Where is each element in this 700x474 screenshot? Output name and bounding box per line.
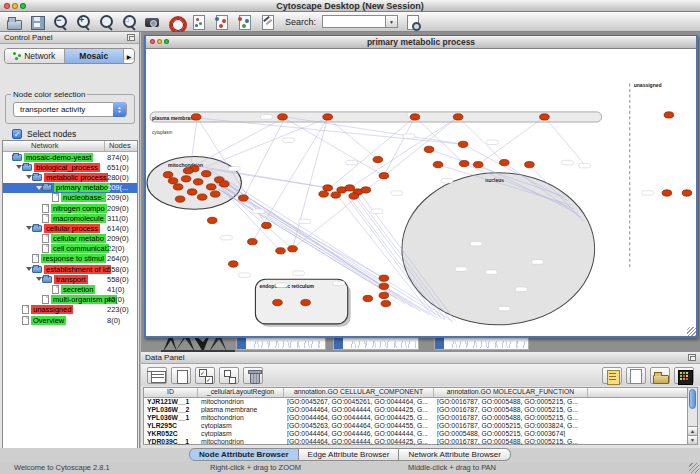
open-file-icon[interactable] [6, 14, 22, 30]
graph-node[interactable] [349, 193, 359, 199]
graph-node[interactable] [323, 114, 333, 120]
graph-node[interactable] [540, 114, 550, 120]
table-cell[interactable]: [GO:0045267, GO:0045261, GO:0044464, G..… [284, 398, 434, 405]
table-cell[interactable]: [GO:0044464, GO:0044444, GO:0044425, G..… [284, 414, 434, 421]
float-panel-icon[interactable] [127, 34, 135, 41]
graph-node[interactable] [525, 161, 535, 167]
graph-node[interactable] [187, 189, 197, 195]
table-cell[interactable]: YPL036W__2 [144, 406, 198, 413]
float-panel-icon[interactable] [688, 354, 696, 361]
graph-node[interactable] [363, 295, 373, 301]
graph-node[interactable] [219, 181, 229, 187]
tree-expander-icon[interactable] [25, 226, 32, 230]
table-row[interactable]: YKR052Ccytoplasm[GO:0044464, GO:0044446,… [144, 430, 688, 438]
table-cell[interactable]: [GO:0044464, GO:0044446, GO:0044444, G..… [284, 430, 434, 437]
search-input[interactable] [322, 15, 386, 28]
table-row[interactable]: YLR295Ccytoplasm[GO:0045263, GO:0044464,… [144, 422, 688, 430]
graph-node[interactable] [458, 141, 468, 147]
table-cell[interactable]: [GO:0016787, GO:0005488, GO:0005215, G..… [434, 406, 588, 413]
table-cell[interactable]: YPL036W__1 [144, 414, 198, 421]
table-cell[interactable]: cytoplasm [198, 430, 284, 437]
delete-attribute-icon[interactable] [243, 367, 263, 384]
graph-node[interactable] [210, 191, 220, 197]
tree-expander-icon[interactable] [25, 175, 32, 179]
graph-node[interactable] [206, 184, 216, 190]
tree-row[interactable]: mosaic-demo-yeast874(0) [3, 152, 137, 162]
tree-row[interactable]: cellular metabo209(0) [3, 234, 137, 244]
graph-node[interactable] [379, 283, 389, 289]
tab-mosaic[interactable]: Mosaic [65, 49, 125, 63]
tree-row[interactable]: secretion41(0) [3, 284, 137, 294]
table-cell[interactable]: YKR052C [144, 430, 198, 437]
graph-node[interactable] [433, 161, 443, 167]
tree-row[interactable]: unassigned223(0) [3, 305, 137, 315]
graph-node[interactable] [319, 191, 329, 197]
graph-node[interactable] [373, 156, 383, 162]
graph-node[interactable] [662, 190, 672, 196]
node-color-combobox[interactable]: transporter activity ▲▼ [13, 102, 127, 117]
import-attributes-icon[interactable] [650, 367, 670, 384]
window-resize-grip[interactable] [689, 463, 699, 473]
graph-node[interactable] [173, 184, 183, 190]
graph-node[interactable] [379, 173, 389, 179]
help-ring-icon[interactable] [167, 14, 183, 30]
tree-expander-icon[interactable] [15, 165, 22, 169]
region-nucleus[interactable]: nucleus [402, 173, 595, 325]
table-row[interactable]: YPL036W__1mitochondrion[GO:0044464, GO:0… [144, 414, 688, 422]
tree-row[interactable]: Overview8(0) [3, 315, 137, 325]
select-attributes-icon[interactable] [195, 367, 215, 384]
tree-row[interactable]: macromolecule311(0) [3, 213, 137, 223]
table-cell[interactable]: YDR039C__1 [144, 438, 198, 445]
table-cell[interactable]: [GO:0044464, GO:0044444, GO:0044425, G..… [284, 438, 434, 445]
zoom-fit-icon[interactable]: □ [121, 14, 137, 30]
attribute-list-icon[interactable] [602, 367, 622, 384]
table-cell[interactable]: [GO:0016787, GO:0005488, GO:0005215, G..… [434, 438, 588, 445]
graph-node[interactable] [163, 172, 173, 178]
region-plasma-membrane[interactable]: plasma membrane [150, 112, 602, 122]
graph-node[interactable] [453, 114, 463, 120]
report-icon[interactable] [404, 14, 420, 30]
modify-view-icon[interactable] [190, 14, 206, 30]
save-icon[interactable] [29, 14, 45, 30]
matrix-icon[interactable] [674, 367, 694, 384]
tree-row[interactable]: establishment of lo558(0) [3, 264, 137, 274]
tree-row[interactable]: biological_process651(0) [3, 162, 137, 172]
column-id[interactable]: ID [144, 388, 198, 397]
graph-node[interactable] [175, 196, 185, 202]
table-cell[interactable]: cytoplasm [198, 422, 284, 429]
graph-node[interactable] [381, 300, 391, 306]
graph-node[interactable] [301, 299, 311, 305]
function-builder-icon[interactable]: f(x) [626, 367, 646, 384]
table-cell[interactable]: [GO:0016787, GO:0005488, GO:0005215, G..… [434, 398, 588, 405]
tree-row[interactable]: transport558(0) [3, 274, 137, 284]
table-cell[interactable]: plasma membrane [198, 406, 284, 413]
graph-node[interactable] [239, 195, 249, 201]
tree-row[interactable]: cellular process614(0) [3, 223, 137, 233]
column-go-cellular-component[interactable]: annotation.GO CELLULAR_COMPONENT [284, 388, 434, 397]
graph-node[interactable] [248, 239, 258, 245]
background-window-fragment[interactable] [434, 337, 529, 350]
graph-node[interactable] [191, 114, 201, 120]
vizmapper-icon[interactable] [213, 14, 229, 30]
zoom-selected-icon[interactable] [98, 14, 114, 30]
background-window-fragment[interactable] [236, 337, 326, 350]
table-cell[interactable]: mitochondrion [198, 398, 284, 405]
graph-node[interactable] [379, 292, 389, 298]
graph-node[interactable] [197, 194, 207, 200]
tab-overflow-arrow[interactable]: ▶ [124, 53, 134, 60]
tree-row[interactable]: nucleobase-209(0) [3, 193, 137, 203]
tree-row[interactable]: nitrogen compo209(0) [3, 203, 137, 213]
table-scrollbar[interactable]: ▲ ▼ [687, 387, 698, 445]
graph-node[interactable] [682, 190, 692, 196]
annotation-icon[interactable] [259, 14, 275, 30]
graph-node[interactable] [473, 161, 483, 167]
network-window-titlebar[interactable]: primary metabolic process [146, 36, 696, 49]
snapshot-icon[interactable] [144, 14, 160, 30]
graph-node[interactable] [201, 171, 211, 177]
tree-row[interactable]: primary metabo209(... [3, 183, 137, 193]
graph-node[interactable] [278, 114, 288, 120]
graph-node[interactable] [288, 246, 298, 252]
graph-node[interactable] [459, 160, 469, 166]
tree-row[interactable]: metabolic process280(0) [3, 172, 137, 182]
table-cell[interactable]: [GO:0016787, GO:0005488, GO:0005215, G..… [434, 414, 588, 421]
